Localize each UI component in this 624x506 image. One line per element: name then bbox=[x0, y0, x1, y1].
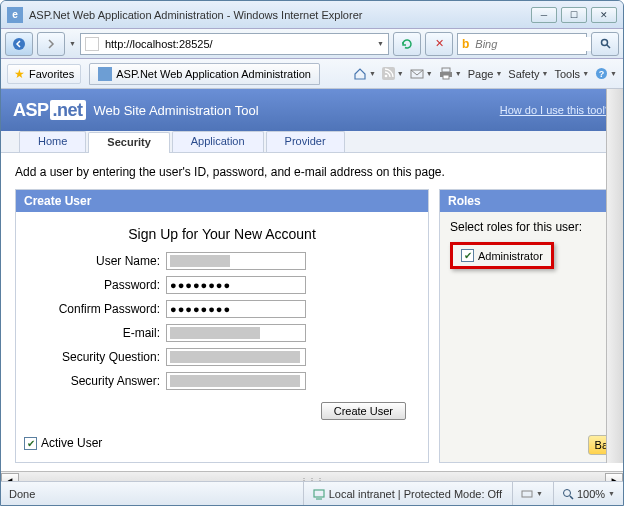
svg-rect-11 bbox=[314, 490, 324, 497]
create-user-heading: Create User bbox=[16, 190, 428, 212]
asp-header: ASP.net Web Site Administration Tool How… bbox=[1, 89, 623, 131]
tab-application[interactable]: Application bbox=[172, 131, 264, 152]
search-go-button[interactable] bbox=[591, 32, 619, 56]
instruction-text: Add a user by entering the user's ID, pa… bbox=[15, 165, 609, 179]
label-username: User Name: bbox=[26, 254, 166, 268]
svg-rect-13 bbox=[522, 491, 532, 497]
confirm-password-field[interactable]: ●●●●●●●● bbox=[166, 300, 306, 318]
forward-button[interactable] bbox=[37, 32, 65, 56]
nav-toolbar: ▼ ▼ ✕ b bbox=[1, 29, 623, 59]
intranet-icon bbox=[312, 487, 326, 501]
role-admin-checkbox[interactable]: ✔ bbox=[461, 249, 474, 262]
feeds-menu[interactable]: ▼ bbox=[382, 67, 404, 80]
browser-tab[interactable]: ASP.Net Web Application Administration bbox=[89, 63, 320, 85]
compat-view[interactable]: ▼ bbox=[512, 482, 543, 505]
status-bar: Done Local intranet | Protected Mode: Of… bbox=[1, 481, 623, 505]
svg-point-4 bbox=[385, 75, 388, 78]
scroll-right-button[interactable]: ► bbox=[605, 473, 623, 482]
label-confirm: Confirm Password: bbox=[26, 302, 166, 316]
svg-point-0 bbox=[13, 38, 25, 50]
security-zone[interactable]: Local intranet | Protected Mode: Off bbox=[303, 482, 502, 505]
roles-heading: Roles bbox=[440, 190, 608, 212]
help-menu[interactable]: ?▼ bbox=[595, 67, 617, 80]
ie-favicon: e bbox=[7, 7, 23, 23]
search-box[interactable]: b bbox=[457, 33, 587, 55]
vertical-scrollbar[interactable] bbox=[606, 89, 623, 463]
tab-favicon bbox=[98, 67, 112, 81]
label-answer: Security Answer: bbox=[26, 374, 166, 388]
username-field[interactable] bbox=[166, 252, 306, 270]
svg-line-15 bbox=[570, 496, 573, 499]
home-menu[interactable]: ▼ bbox=[353, 67, 376, 81]
asp-tool-title: Web Site Administration Tool bbox=[94, 103, 259, 118]
label-question: Security Question: bbox=[26, 350, 166, 364]
role-admin-label: Administrator bbox=[478, 250, 543, 262]
window-title: ASP.Net Web Application Administration -… bbox=[29, 9, 531, 21]
favorites-button[interactable]: ★ Favorites bbox=[7, 64, 81, 84]
asp-logo: ASP.net bbox=[13, 100, 86, 121]
scroll-track[interactable]: ⋮⋮⋮ bbox=[19, 476, 605, 481]
roles-instruction: Select roles for this user: bbox=[450, 220, 598, 234]
active-user-label: Active User bbox=[41, 436, 102, 450]
favorites-label: Favorites bbox=[29, 68, 74, 80]
svg-point-1 bbox=[601, 40, 607, 46]
svg-rect-6 bbox=[442, 68, 450, 72]
url-dropdown[interactable]: ▼ bbox=[377, 40, 384, 47]
zoom-icon bbox=[562, 488, 574, 500]
active-user-checkbox[interactable]: ✔ bbox=[24, 437, 37, 450]
tab-home[interactable]: Home bbox=[19, 131, 86, 152]
roles-panel: Roles Select roles for this user: ✔ Admi… bbox=[439, 189, 609, 463]
status-text: Done bbox=[9, 488, 35, 500]
page-menu[interactable]: Page▼ bbox=[468, 68, 503, 80]
help-link[interactable]: How do I use this tool? bbox=[500, 104, 611, 116]
svg-line-2 bbox=[607, 45, 610, 48]
close-button[interactable]: ✕ bbox=[591, 7, 617, 23]
tab-provider[interactable]: Provider bbox=[266, 131, 345, 152]
refresh-button[interactable] bbox=[393, 32, 421, 56]
horizontal-scrollbar[interactable]: ◄ ⋮⋮⋮ ► bbox=[1, 471, 623, 481]
page-icon bbox=[85, 37, 99, 51]
create-user-button[interactable]: Create User bbox=[321, 402, 406, 420]
minimize-button[interactable]: ─ bbox=[531, 7, 557, 23]
safety-menu[interactable]: Safety▼ bbox=[508, 68, 548, 80]
tab-security[interactable]: Security bbox=[88, 132, 169, 153]
tab-title: ASP.Net Web Application Administration bbox=[116, 68, 311, 80]
password-field[interactable]: ●●●●●●●● bbox=[166, 276, 306, 294]
favorites-bar: ★ Favorites ASP.Net Web Application Admi… bbox=[1, 59, 623, 89]
label-password: Password: bbox=[26, 278, 166, 292]
svg-point-14 bbox=[563, 489, 570, 496]
email-field[interactable] bbox=[166, 324, 306, 342]
svg-rect-8 bbox=[443, 75, 449, 79]
create-user-panel: Create User Sign Up for Your New Account… bbox=[15, 189, 429, 463]
address-bar[interactable]: ▼ bbox=[80, 33, 389, 55]
stop-button[interactable]: ✕ bbox=[425, 32, 453, 56]
maximize-button[interactable]: ☐ bbox=[561, 7, 587, 23]
mail-menu[interactable]: ▼ bbox=[410, 68, 433, 80]
bing-icon: b bbox=[462, 37, 469, 51]
asp-tabs: Home Security Application Provider bbox=[1, 131, 623, 153]
nav-history-dropdown[interactable]: ▼ bbox=[69, 40, 76, 47]
star-icon: ★ bbox=[14, 67, 25, 81]
svg-text:?: ? bbox=[599, 69, 605, 79]
label-email: E-mail: bbox=[26, 326, 166, 340]
tools-menu[interactable]: Tools▼ bbox=[554, 68, 589, 80]
zoom-control[interactable]: 100% ▼ bbox=[553, 482, 615, 505]
print-menu[interactable]: ▼ bbox=[439, 67, 462, 80]
role-highlight: ✔ Administrator bbox=[450, 242, 554, 269]
back-button[interactable] bbox=[5, 32, 33, 56]
url-input[interactable] bbox=[103, 37, 373, 51]
security-answer-field[interactable] bbox=[166, 372, 306, 390]
scroll-left-button[interactable]: ◄ bbox=[1, 473, 19, 482]
security-question-field[interactable] bbox=[166, 348, 306, 366]
signup-heading: Sign Up for Your New Account bbox=[26, 226, 418, 242]
titlebar: e ASP.Net Web Application Administration… bbox=[1, 1, 623, 29]
